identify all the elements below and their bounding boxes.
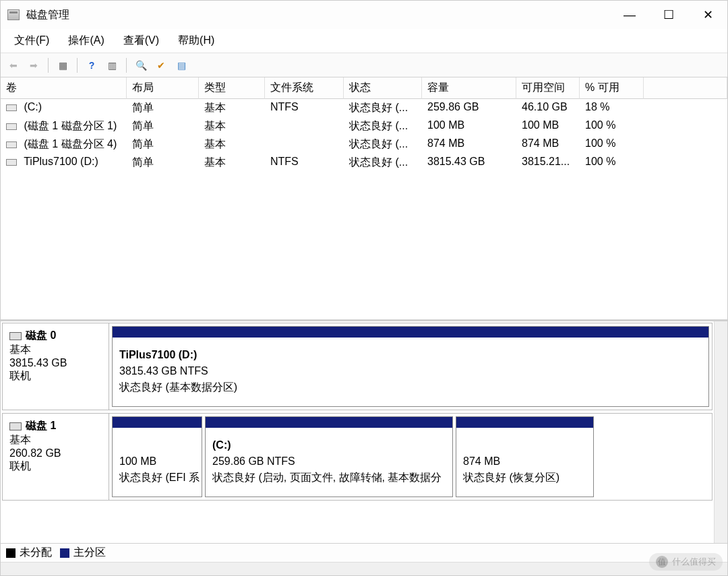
col-status[interactable]: 状态 [344,77,422,99]
table-cell[interactable] [644,117,727,135]
table-cell[interactable]: 简单 [127,135,199,154]
watermark-icon: 值 [656,556,668,568]
table-cell[interactable]: (C:) [1,99,127,117]
table-cell[interactable]: 简单 [127,117,199,135]
table-cell[interactable]: 简单 [127,154,199,172]
show-hide-console-button[interactable]: ▦ [54,57,71,74]
settings-button[interactable]: ▤ [173,57,190,74]
disk-icon [9,332,22,340]
help-button[interactable]: ? [83,57,100,74]
maximize-button[interactable]: ☐ [649,1,688,29]
minimize-button[interactable]: — [610,1,649,29]
table-cell[interactable]: NTFS [265,154,344,172]
table-cell[interactable]: 874 MB [422,135,516,154]
table-cell[interactable]: 100 % [580,135,644,154]
table-cell[interactable] [644,99,727,117]
col-volume[interactable]: 卷 [1,77,127,99]
table-cell[interactable] [644,154,727,172]
legend-unallocated: 未分配 [20,546,52,560]
back-button[interactable]: ⬅ [5,57,22,74]
swatch-unallocated [6,548,16,558]
table-cell[interactable]: 状态良好 (... [344,154,422,172]
app-icon [7,9,20,20]
col-free[interactable]: 可用空间 [516,77,580,99]
watermark: 值 什么值得买 [649,553,723,571]
disk-row[interactable]: 磁盘 1基本260.82 GB联机 100 MB状态良好 (EFI 系 (C:)… [2,413,712,501]
table-cell[interactable]: 状态良好 (... [344,117,422,135]
partition-header [456,417,593,428]
partition-header [206,417,452,428]
watermark-text: 什么值得买 [672,556,716,568]
disk-row[interactable]: 磁盘 0基本3815.43 GB联机TiPlus7100 (D:)3815.43… [2,323,712,410]
table-cell[interactable] [265,117,344,135]
table-cell[interactable]: 状态良好 (... [344,99,422,117]
table-cell[interactable]: 100 % [580,117,644,135]
swatch-primary [60,548,69,558]
table-cell[interactable]: TiPlus7100 (D:) [1,154,127,172]
table-cell[interactable]: 状态良好 (... [344,135,422,154]
partition[interactable]: 100 MB状态良好 (EFI 系 [112,416,202,497]
volume-list[interactable]: 卷 布局 类型 文件系统 状态 容量 可用空间 % 可用 (C:)简单基本NTF… [1,77,727,321]
partition-header [113,417,202,428]
close-button[interactable]: ✕ [688,1,727,29]
table-cell[interactable]: (磁盘 1 磁盘分区 4) [1,135,127,154]
col-capacity[interactable]: 容量 [422,77,516,99]
table-cell[interactable]: 3815.21... [516,154,580,172]
table-cell[interactable]: 46.10 GB [516,99,580,117]
table-cell[interactable]: 基本 [199,154,265,172]
menu-view[interactable]: 查看(V) [114,31,169,51]
menu-help[interactable]: 帮助(H) [169,31,224,51]
partition-header [113,327,708,338]
table-cell[interactable]: 100 % [580,154,644,172]
disk-icon [9,422,22,430]
menubar: 文件(F) 操作(A) 查看(V) 帮助(H) [1,29,727,53]
disk-partitions: TiPlus7100 (D:)3815.43 GB NTFS状态良好 (基本数据… [109,323,712,410]
table-cell[interactable]: 基本 [199,99,265,117]
vertical-scrollbar[interactable] [714,321,727,543]
table-cell[interactable]: 100 MB [516,117,580,135]
col-type[interactable]: 类型 [199,77,265,99]
table-cell[interactable] [644,135,727,154]
rescan-button[interactable]: ✔ [152,57,170,74]
table-cell[interactable]: 259.86 GB [422,99,516,117]
legend-primary: 主分区 [73,546,106,560]
table-cell[interactable]: 基本 [199,117,265,135]
table-cell[interactable]: 3815.43 GB [422,154,516,172]
refresh-button[interactable]: 🔍 [132,57,150,74]
horizontal-scrollbar[interactable] [1,562,727,575]
menu-action[interactable]: 操作(A) [59,31,113,51]
table-cell[interactable]: 100 MB [422,117,516,135]
partition[interactable]: (C:)259.86 GB NTFS状态良好 (启动, 页面文件, 故障转储, … [205,416,453,497]
partition[interactable]: 874 MB状态良好 (恢复分区) [456,416,594,497]
disk-label[interactable]: 磁盘 1基本260.82 GB联机 [3,414,109,500]
action-list-button[interactable]: ▥ [103,57,121,74]
col-filesystem[interactable]: 文件系统 [265,77,344,99]
disk-label[interactable]: 磁盘 0基本3815.43 GB联机 [3,323,109,410]
legend: 未分配 主分区 [1,543,727,562]
disk-graphical-view: 磁盘 0基本3815.43 GB联机TiPlus7100 (D:)3815.43… [1,321,727,543]
disk-partitions: 100 MB状态良好 (EFI 系 (C:)259.86 GB NTFS状态良好… [109,414,712,500]
table-cell[interactable] [265,135,344,154]
table-cell[interactable]: 基本 [199,135,265,154]
titlebar[interactable]: 磁盘管理 — ☐ ✕ [1,1,727,29]
table-cell[interactable]: 18 % [580,99,644,117]
table-cell[interactable]: 874 MB [516,135,580,154]
table-cell[interactable]: NTFS [265,99,344,117]
col-layout[interactable]: 布局 [127,77,199,99]
forward-button[interactable]: ➡ [25,57,42,74]
window-title: 磁盘管理 [26,8,69,22]
table-cell[interactable]: 简单 [127,99,199,117]
col-spacer [644,77,727,99]
table-cell[interactable]: (磁盘 1 磁盘分区 1) [1,117,127,135]
menu-file[interactable]: 文件(F) [5,31,59,51]
col-pctfree[interactable]: % 可用 [580,77,644,99]
partition[interactable]: TiPlus7100 (D:)3815.43 GB NTFS状态良好 (基本数据… [112,326,709,407]
toolbar: ⬅ ➡ ▦ ? ▥ 🔍 ✔ ▤ [1,53,727,77]
